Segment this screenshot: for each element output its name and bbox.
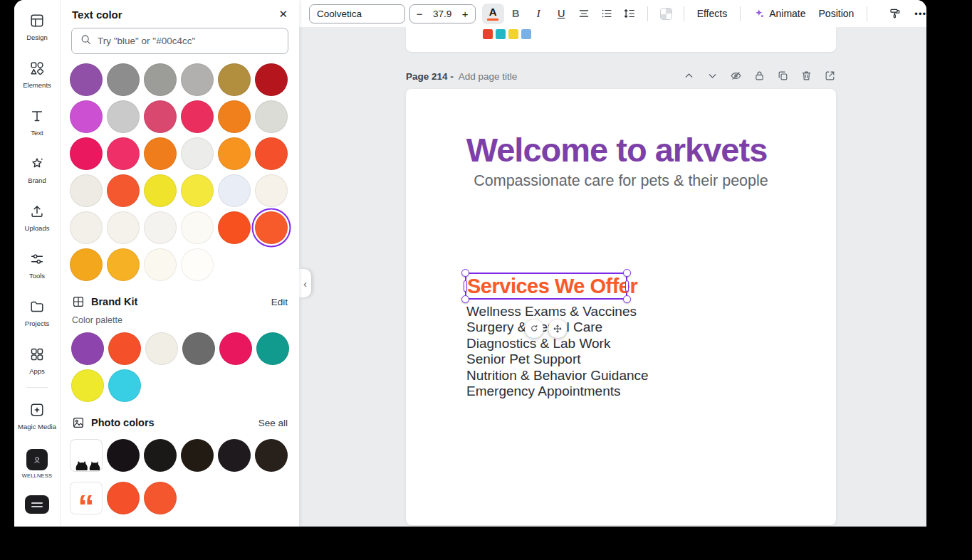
service-line[interactable]: Wellness Exams & Vaccines: [466, 304, 649, 319]
color-swatch[interactable]: [70, 63, 103, 96]
color-swatch[interactable]: [218, 211, 251, 244]
color-swatch[interactable]: [144, 100, 177, 133]
resize-handle-bottom-left[interactable]: [461, 295, 469, 303]
duplicate-page-button[interactable]: [776, 70, 789, 83]
color-swatch[interactable]: [255, 63, 288, 96]
color-swatch[interactable]: [144, 174, 177, 207]
quote-graphic-thumbnail[interactable]: “: [70, 482, 103, 514]
color-swatch[interactable]: [218, 439, 251, 472]
selected-heading-text[interactable]: Services We Offer: [467, 275, 637, 297]
color-swatch[interactable]: [107, 63, 140, 96]
page-content-square[interactable]: [483, 29, 493, 39]
font-size-decrease-button[interactable]: −: [410, 8, 429, 20]
photo-source-thumbnail[interactable]: [70, 439, 103, 472]
sidebar-item-projects[interactable]: Projects: [16, 289, 58, 337]
design-page[interactable]: Welcome to arkvets Compassionate care fo…: [406, 89, 836, 525]
sidebar-item-apps[interactable]: Apps: [16, 337, 58, 384]
color-swatch[interactable]: [144, 482, 177, 514]
text-color-button[interactable]: A: [482, 4, 504, 24]
color-swatch[interactable]: [218, 137, 251, 170]
font-family-selector[interactable]: Coolvetica: [309, 4, 405, 23]
sidebar-item-brand[interactable]: Brand: [16, 146, 58, 194]
color-swatch[interactable]: [181, 137, 214, 170]
color-swatch[interactable]: [144, 439, 177, 472]
resize-handle-left[interactable]: [464, 280, 467, 292]
resize-handle-bottom-right[interactable]: [623, 295, 631, 303]
selected-text-box[interactable]: Services We Offer: [465, 273, 627, 300]
font-size-increase-button[interactable]: +: [456, 8, 475, 20]
service-line[interactable]: Emergency Appointments: [466, 384, 649, 399]
resize-handle-top-right[interactable]: [623, 269, 631, 277]
rotate-handle[interactable]: [525, 319, 543, 338]
color-swatch[interactable]: [71, 332, 104, 365]
bullet-list-button[interactable]: [596, 4, 618, 24]
bold-button[interactable]: B: [505, 4, 527, 24]
sidebar-item-text[interactable]: Text: [16, 98, 58, 146]
delete-page-button[interactable]: [800, 70, 812, 83]
page-subtitle-text[interactable]: Compassionate care for pets & their peop…: [406, 172, 836, 190]
color-swatch[interactable]: [107, 482, 140, 514]
service-line[interactable]: Nutrition & Behavior Guidance: [466, 368, 649, 384]
copy-style-button[interactable]: [884, 4, 906, 24]
color-swatch[interactable]: [71, 369, 104, 402]
sidebar-item-design[interactable]: Design: [16, 3, 58, 51]
color-swatch[interactable]: [218, 174, 251, 207]
color-swatch[interactable]: [145, 332, 178, 365]
color-swatch[interactable]: [218, 63, 251, 96]
color-swatch[interactable]: [70, 174, 103, 207]
sidebar-item-template-partial[interactable]: [16, 487, 58, 522]
animate-button[interactable]: Animate: [747, 4, 812, 24]
more-options-button[interactable]: •••: [914, 9, 926, 19]
color-swatch[interactable]: [255, 174, 288, 207]
color-swatch[interactable]: [219, 332, 252, 365]
sidebar-item-uploads[interactable]: Uploads: [16, 194, 58, 241]
text-align-button[interactable]: [573, 4, 595, 24]
move-handle[interactable]: [548, 319, 567, 338]
color-swatch[interactable]: [255, 137, 288, 170]
color-swatch[interactable]: [182, 332, 215, 365]
underline-button[interactable]: U: [550, 4, 573, 24]
color-swatch[interactable]: [70, 211, 103, 244]
move-page-up-button[interactable]: [682, 70, 695, 83]
color-swatch[interactable]: [144, 63, 177, 96]
sidebar-item-wellness-template[interactable]: WELLNESS: [16, 440, 58, 487]
lock-page-button[interactable]: [753, 70, 765, 83]
color-swatch[interactable]: [144, 248, 177, 281]
color-swatch[interactable]: [70, 248, 103, 281]
panel-collapse-button[interactable]: ‹: [299, 269, 311, 297]
color-swatch[interactable]: [255, 100, 288, 133]
position-button[interactable]: Position: [812, 4, 861, 24]
search-input[interactable]: [98, 36, 280, 46]
color-swatch[interactable]: [181, 439, 214, 472]
color-swatch[interactable]: [256, 332, 289, 365]
color-swatch[interactable]: [107, 137, 140, 170]
sidebar-item-elements[interactable]: Elements: [16, 51, 58, 98]
close-icon[interactable]: ✕: [278, 8, 288, 21]
color-swatch-selected[interactable]: [255, 211, 288, 244]
service-line[interactable]: Diagnostics & Lab Work: [466, 336, 649, 352]
color-swatch[interactable]: [107, 439, 140, 472]
color-swatch[interactable]: [70, 137, 103, 170]
color-swatch[interactable]: [181, 174, 214, 207]
page-content-square[interactable]: [496, 29, 506, 39]
effects-button[interactable]: Effects: [691, 4, 734, 24]
color-swatch[interactable]: [107, 100, 140, 133]
color-swatch[interactable]: [108, 332, 141, 365]
brand-kit-edit-button[interactable]: Edit: [271, 297, 288, 307]
sidebar-item-tools[interactable]: Tools: [16, 241, 58, 289]
share-page-button[interactable]: [823, 70, 836, 83]
color-swatch[interactable]: [70, 100, 103, 133]
sidebar-item-magic-media[interactable]: Magic Media: [16, 392, 58, 440]
transparency-button[interactable]: [655, 4, 677, 24]
color-swatch[interactable]: [107, 248, 140, 281]
italic-button[interactable]: I: [528, 4, 550, 24]
color-swatch[interactable]: [181, 100, 214, 133]
resize-handle-right[interactable]: [625, 280, 629, 292]
page-heading-text[interactable]: Welcome to arkvets: [406, 130, 827, 169]
photo-colors-see-all-button[interactable]: See all: [258, 418, 288, 428]
page-content-square[interactable]: [508, 29, 518, 39]
color-swatch[interactable]: [107, 211, 140, 244]
hide-page-button[interactable]: [729, 70, 742, 83]
color-swatch[interactable]: [144, 211, 177, 244]
service-line[interactable]: Senior Pet Support: [466, 352, 649, 367]
